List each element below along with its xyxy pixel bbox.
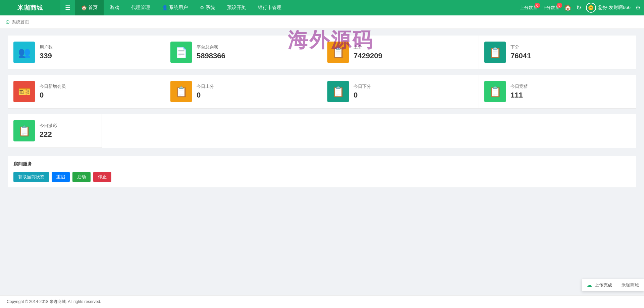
stat-card-balance: 📄 平台总余额 5898366 [165, 36, 322, 69]
breadcrumb-text: 系统首页 [12, 19, 29, 25]
room-service-section: 房间服务 获取当前状态 重启 启动 停止 [8, 156, 636, 187]
room-service-buttons: 获取当前状态 重启 启动 停止 [13, 172, 631, 182]
stat-info-today-down: 今日下分 0 [354, 83, 473, 100]
nav-games-label: 游戏 [110, 5, 119, 11]
get-status-button[interactable]: 获取当前状态 [13, 172, 49, 182]
refresh-icon[interactable]: ↻ [576, 4, 581, 11]
score-down-badge[interactable]: 下分数量 8 [542, 5, 559, 11]
breadcrumb-icon: ⊙ [5, 19, 10, 25]
today-up-label: 今日上分 [197, 83, 316, 89]
score-down-count: 8 [557, 3, 562, 8]
score-up-count: 0 [535, 3, 540, 8]
stat-card-today-up: 📋 今日上分 0 [165, 75, 322, 109]
score-up-icon-box: 📋 [327, 42, 349, 63]
today-up-icon-box: 📋 [170, 81, 192, 102]
stat-card-score-up: 📋 上分 7429209 [322, 36, 479, 69]
restart-button[interactable]: 重启 [52, 172, 70, 182]
stats-row-1: 👥 用户数 339 📄 平台总余额 5898366 📋 上分 7429209 📋… [8, 36, 636, 69]
nav-item-bankcard[interactable]: 银行卡管理 [252, 0, 287, 15]
stat-card-new-members: 🎫 今日新增会员 0 [8, 75, 165, 109]
start-button[interactable]: 启动 [72, 172, 91, 182]
top-navigation: 米珈商城 ☰ 🏠 首页 游戏 代理管理 👤 系统用户 ⚙ 系统 预设开奖 银行卡… [0, 0, 644, 15]
today-down-label: 今日下分 [354, 83, 473, 89]
room-service-title: 房间服务 [13, 161, 631, 167]
today-down-icon-box: 📋 [327, 81, 349, 102]
new-members-value: 0 [40, 91, 159, 100]
avatar: 😊 [586, 3, 596, 13]
stat-info-balance: 平台总余额 5898366 [197, 44, 316, 60]
score-down-icon-box: 📋 [484, 42, 506, 63]
balance-label: 平台总余额 [197, 44, 316, 50]
user-info[interactable]: 😊 您好,发财啊666 [586, 3, 631, 13]
nav-item-system[interactable]: ⚙ 系统 [194, 0, 221, 15]
nav-bankcard-label: 银行卡管理 [258, 5, 281, 11]
settings-icon[interactable]: ⚙ [635, 4, 641, 11]
stat-card-today-payout: 📋 今日派彩 222 [8, 114, 102, 148]
hamburger-icon[interactable]: ☰ [60, 4, 75, 11]
stat-info-today-up: 今日上分 0 [197, 83, 316, 100]
nav-item-home[interactable]: 🏠 首页 [75, 0, 104, 15]
today-guess-icon-box: 📋 [484, 81, 506, 102]
stat-info-score-down: 下分 76041 [511, 44, 631, 60]
stat-info-today-payout: 今日派彩 222 [40, 123, 96, 139]
brand-logo: 米珈商城 [0, 0, 60, 15]
new-members-label: 今日新增会员 [40, 83, 159, 89]
home-nav-icon: 🏠 [81, 5, 87, 10]
today-guess-label: 今日竞猜 [511, 83, 631, 89]
user-label: 您好,发财啊666 [598, 5, 631, 11]
stats-row-3: 📋 今日派彩 222 [8, 114, 636, 148]
users-value: 339 [40, 52, 159, 60]
nav-item-agent[interactable]: 代理管理 [125, 0, 156, 15]
nav-item-lottery[interactable]: 预设开奖 [221, 0, 252, 15]
stat-card-score-down: 📋 下分 76041 [479, 36, 636, 69]
stat-card-users: 👥 用户数 339 [8, 36, 165, 69]
breadcrumb: ⊙ 系统首页 [0, 15, 644, 29]
home-icon[interactable]: 🏠 [564, 4, 572, 11]
stat-card-today-guess: 📋 今日竞猜 111 [479, 75, 636, 109]
nav-users-label: 系统用户 [169, 5, 188, 11]
today-guess-value: 111 [511, 91, 631, 100]
score-up-stat-label: 上分 [354, 44, 473, 50]
stop-button[interactable]: 停止 [93, 172, 111, 182]
nav-item-games[interactable]: 游戏 [104, 0, 125, 15]
stat-info-today-guess: 今日竞猜 111 [511, 83, 631, 100]
new-members-icon-box: 🎫 [13, 81, 35, 102]
nav-agent-label: 代理管理 [131, 5, 150, 11]
nav-item-users[interactable]: 👤 系统用户 [156, 0, 194, 15]
today-payout-value: 222 [40, 130, 96, 139]
stats-row-2: 🎫 今日新增会员 0 📋 今日上分 0 📋 今日下分 0 📋 今日竞猜 [8, 75, 636, 109]
score-up-badge[interactable]: 上分数量 0 [520, 5, 537, 11]
users-label: 用户数 [40, 44, 159, 50]
nav-items: 🏠 首页 游戏 代理管理 👤 系统用户 ⚙ 系统 预设开奖 银行卡管理 [75, 0, 520, 15]
stat-info-users: 用户数 339 [40, 44, 159, 60]
balance-value: 5898366 [197, 52, 316, 60]
today-up-value: 0 [197, 91, 316, 100]
users-icon-box: 👥 [13, 42, 35, 63]
nav-home-label: 首页 [88, 5, 98, 11]
today-down-value: 0 [354, 91, 473, 100]
today-payout-label: 今日派彩 [40, 123, 96, 129]
gear-nav-icon: ⚙ [200, 5, 204, 10]
today-payout-icon-box: 📋 [13, 120, 35, 141]
main-content: 👥 用户数 339 📄 平台总余额 5898366 📋 上分 7429209 📋… [0, 29, 644, 201]
stat-info-new-members: 今日新增会员 0 [40, 83, 159, 100]
score-down-stat-label: 下分 [511, 44, 631, 50]
balance-icon-box: 📄 [170, 42, 192, 63]
user-nav-icon: 👤 [162, 5, 168, 10]
nav-system-label: 系统 [206, 5, 215, 11]
score-up-stat-value: 7429209 [354, 52, 473, 60]
nav-lottery-label: 预设开奖 [227, 5, 246, 11]
score-down-stat-value: 76041 [511, 52, 631, 60]
nav-right-side: 上分数量 0 下分数量 8 🏠 ↻ 😊 您好,发财啊666 ⚙ [520, 3, 644, 13]
stat-info-score-up: 上分 7429209 [354, 44, 473, 60]
stat-card-today-down: 📋 今日下分 0 [322, 75, 479, 109]
